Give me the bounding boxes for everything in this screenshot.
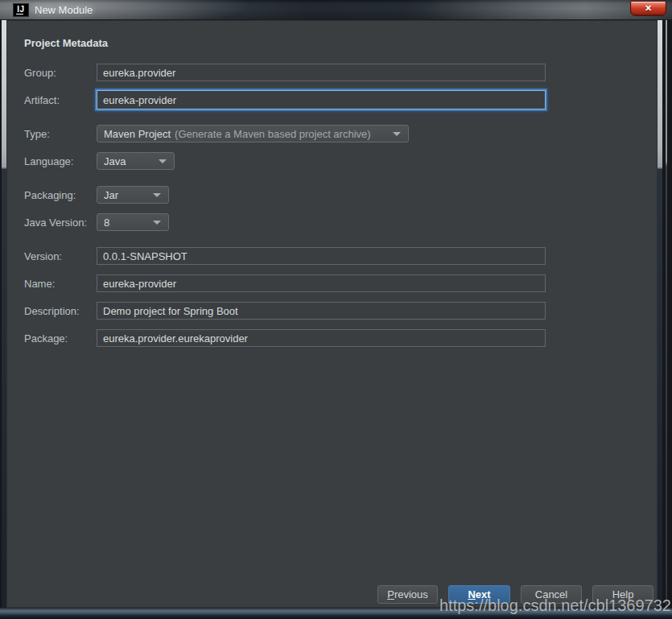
- name-label: Name:: [24, 274, 55, 292]
- artifact-input[interactable]: [97, 90, 546, 109]
- artifact-label: Artifact:: [24, 90, 60, 109]
- language-select-value: Java: [104, 155, 126, 167]
- packaging-select[interactable]: Jar: [97, 186, 169, 204]
- group-input[interactable]: [97, 64, 546, 81]
- close-button[interactable]: ✕: [630, 1, 666, 16]
- package-input[interactable]: [97, 329, 546, 347]
- type-label: Type:: [24, 125, 50, 142]
- group-label: Group:: [24, 64, 56, 81]
- packaging-select-value: Jar: [104, 189, 118, 201]
- chevron-down-icon: [153, 193, 161, 197]
- close-icon: ✕: [645, 4, 652, 13]
- packaging-label: Packaging:: [24, 186, 76, 204]
- window-border-right: [658, 20, 662, 608]
- language-select[interactable]: Java: [97, 152, 175, 170]
- type-select-hint: (Generate a Maven based project archive): [175, 128, 371, 140]
- type-select[interactable]: Maven Project (Generate a Maven based pr…: [97, 125, 409, 142]
- chevron-down-icon: [159, 159, 167, 163]
- chevron-down-icon: [153, 221, 161, 225]
- description-label: Description:: [24, 302, 80, 320]
- previous-button[interactable]: Previous: [377, 585, 438, 604]
- watermark: https://blog.csdn.net/cbl1369732: [439, 596, 671, 615]
- package-label: Package:: [24, 329, 68, 347]
- previous-button-label: revious: [394, 588, 428, 600]
- name-input[interactable]: [97, 274, 546, 292]
- new-module-dialog: IJ New Module ✕ Project Metadata Group: …: [0, 0, 672, 619]
- chevron-down-icon: [393, 132, 401, 136]
- language-label: Language:: [24, 152, 73, 170]
- window-title: New Module: [35, 0, 93, 20]
- java-version-select[interactable]: 8: [97, 213, 169, 231]
- previous-button-mnemonic: P: [387, 588, 394, 600]
- description-input[interactable]: [97, 302, 546, 320]
- window-border-left: [2, 20, 6, 608]
- version-input[interactable]: [97, 247, 546, 265]
- java-version-select-value: 8: [104, 217, 109, 229]
- version-label: Version:: [24, 247, 62, 265]
- intellij-logo-text: IJ: [17, 5, 24, 14]
- type-select-value: Maven Project: [104, 128, 171, 140]
- section-title: Project Metadata: [24, 37, 108, 49]
- window-border-right-edge: [666, 20, 667, 608]
- title-bar[interactable]: IJ New Module ✕: [0, 0, 672, 20]
- intellij-logo-icon: IJ: [13, 3, 29, 17]
- java-version-label: Java Version:: [24, 213, 87, 231]
